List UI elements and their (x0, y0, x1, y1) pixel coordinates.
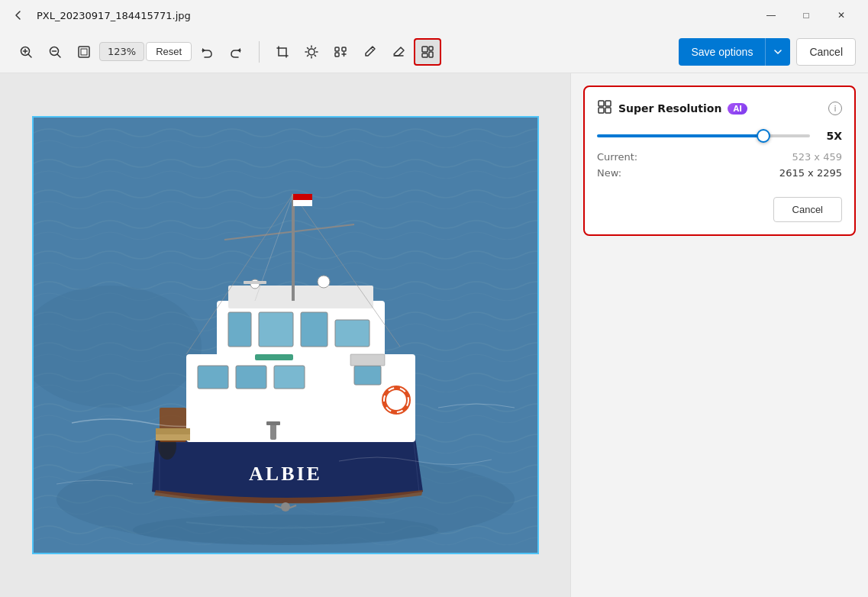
minimize-button[interactable]: — (753, 3, 789, 27)
svg-line-5 (58, 54, 61, 57)
edit-tools (269, 38, 441, 66)
svg-rect-58 (156, 428, 190, 434)
back-button[interactable] (9, 6, 27, 24)
svg-rect-35 (236, 366, 266, 389)
current-label: Current: (597, 151, 637, 163)
panel-header-left: Super Resolution AI (597, 99, 747, 118)
svg-rect-51 (293, 200, 312, 206)
svg-point-9 (308, 49, 315, 55)
svg-rect-57 (156, 434, 190, 440)
super-resolution-panel: Super Resolution AI i 5X Current: 523 x … (583, 86, 856, 236)
zoom-level: 123% (99, 42, 144, 61)
svg-point-54 (318, 276, 330, 288)
title-bar: PXL_20230917_184415771.jpg — □ ✕ (0, 0, 868, 31)
svg-rect-18 (335, 47, 339, 51)
svg-rect-41 (301, 312, 328, 347)
svg-rect-61 (270, 423, 276, 440)
reset-button[interactable]: Reset (146, 42, 192, 61)
svg-rect-53 (244, 281, 266, 284)
svg-rect-36 (274, 366, 305, 389)
redo-button[interactable] (222, 38, 250, 66)
svg-rect-24 (429, 52, 433, 57)
current-value: 523 x 459 (792, 151, 842, 163)
new-value: 2615 x 2295 (779, 167, 842, 179)
divider-1 (259, 41, 260, 63)
svg-rect-43 (255, 354, 293, 360)
svg-text:ALBIE: ALBIE (249, 463, 322, 485)
current-dimension-row: Current: 523 x 459 (597, 151, 842, 163)
svg-rect-62 (266, 421, 280, 425)
info-icon[interactable]: i (828, 102, 842, 115)
window-title: PXL_20230917_184415771.jpg (37, 10, 744, 21)
svg-rect-50 (293, 194, 312, 200)
new-label: New: (597, 167, 621, 179)
canvas-area: ALBIE (0, 73, 570, 597)
image-container: ALBIE (32, 116, 539, 554)
svg-rect-66 (605, 101, 611, 106)
save-options-group: Save options Cancel (679, 38, 856, 66)
crop-tool-button[interactable] (269, 38, 296, 66)
new-dimension-row: New: 2615 x 2295 (597, 167, 842, 179)
window-controls: — □ ✕ (753, 3, 859, 27)
toolbar: 123% Reset (0, 31, 868, 73)
panel-header: Super Resolution AI i (597, 99, 842, 118)
zoom-in-button[interactable] (12, 38, 40, 66)
cancel-button[interactable]: Cancel (796, 38, 856, 66)
svg-rect-68 (599, 108, 604, 113)
panel-title: Super Resolution (618, 102, 721, 115)
svg-rect-37 (354, 366, 381, 385)
svg-line-16 (315, 47, 316, 49)
svg-rect-22 (422, 47, 428, 52)
svg-point-59 (281, 502, 290, 511)
svg-rect-20 (342, 47, 346, 51)
svg-line-1 (29, 54, 32, 57)
undo-button[interactable] (193, 38, 221, 66)
svg-rect-7 (79, 47, 89, 57)
panel-cancel-button[interactable]: Cancel (773, 197, 842, 222)
svg-line-21 (371, 48, 373, 50)
maximize-button[interactable]: □ (789, 3, 824, 27)
svg-point-60 (133, 515, 438, 545)
svg-rect-25 (422, 53, 428, 57)
save-options-button[interactable]: Save options (679, 38, 765, 66)
svg-rect-40 (259, 312, 293, 347)
boat-image: ALBIE (34, 118, 537, 553)
panel-actions: Cancel (597, 191, 842, 222)
super-res-button[interactable] (414, 38, 441, 66)
erase-button[interactable] (385, 38, 412, 66)
zoom-controls: 123% Reset (12, 38, 250, 66)
svg-rect-33 (228, 286, 373, 308)
svg-line-17 (308, 55, 309, 56)
svg-rect-65 (599, 101, 604, 106)
svg-rect-42 (335, 320, 369, 347)
draw-button[interactable] (356, 38, 383, 66)
brightness-button[interactable] (298, 38, 325, 66)
main-area: ALBIE (0, 73, 868, 597)
svg-rect-23 (429, 47, 433, 50)
svg-rect-8 (81, 49, 87, 55)
super-res-panel-icon (597, 99, 612, 118)
svg-rect-38 (350, 354, 385, 366)
ai-badge: AI (728, 103, 747, 115)
close-button[interactable]: ✕ (824, 3, 859, 27)
svg-line-15 (315, 55, 316, 56)
svg-rect-34 (198, 366, 228, 389)
svg-rect-67 (605, 108, 611, 113)
svg-line-14 (308, 47, 309, 49)
resolution-slider[interactable] (597, 134, 810, 137)
slider-container: 5X (597, 130, 842, 142)
fit-window-button[interactable] (70, 38, 98, 66)
svg-rect-19 (335, 53, 339, 56)
zoom-out-button[interactable] (41, 38, 69, 66)
right-panel: Super Resolution AI i 5X Current: 523 x … (570, 73, 868, 597)
slider-value: 5X (819, 130, 842, 142)
save-options-chevron-button[interactable] (765, 38, 790, 66)
svg-rect-39 (228, 312, 251, 347)
filter-button[interactable] (327, 38, 354, 66)
save-options-split-button: Save options (679, 38, 790, 66)
